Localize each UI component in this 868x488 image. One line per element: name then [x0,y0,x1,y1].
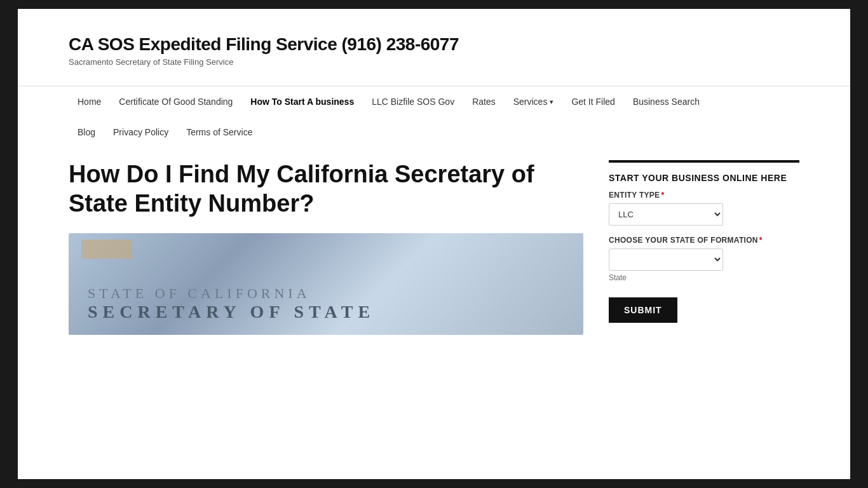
state-required: * [759,236,763,245]
site-title[interactable]: CA SOS Expedited Filing Service (916) 23… [69,34,799,55]
nav-link-services[interactable]: Services [505,86,563,117]
state-select[interactable]: California Nevada Delaware Texas Florida [609,248,723,271]
nav-link-tos[interactable]: Terms of Service [177,117,261,147]
nav-item-certificate[interactable]: Certificate Of Good Standing [110,86,241,117]
nav-link-rates[interactable]: Rates [463,86,505,117]
nav-item-services[interactable]: Services [505,86,563,117]
main-content: How Do I Find My California Secretary of… [18,147,850,360]
nav-item-businesssearch[interactable]: Business Search [624,86,709,117]
nav-link-blog[interactable]: Blog [69,117,104,147]
nav-item-privacy[interactable]: Privacy Policy [104,117,177,147]
nav-link-llc[interactable]: LLC Bizfile SOS Gov [363,86,463,117]
site-header: CA SOS Expedited Filing Service (916) 23… [18,9,850,79]
widget-title: START YOUR BUSINESS ONLINE HERE [609,163,799,191]
entity-type-group: Entity Type* LLC Corporation Partnership… [609,191,799,226]
nav-item-howto[interactable]: How To Start A business [241,86,363,117]
submit-button[interactable]: SUBMIT [609,297,677,323]
image-text-state: State of California [88,285,564,302]
site-tagline: Sacramento Secretary of State Filing Ser… [69,57,799,67]
sidebar: START YOUR BUSINESS ONLINE HERE Entity T… [609,160,799,335]
image-text-sos: Secretary of State [88,302,564,322]
sidebar-widget: START YOUR BUSINESS ONLINE HERE Entity T… [609,160,799,323]
nav-item-getitfiled[interactable]: Get It Filed [562,86,623,117]
nav-list-row2: Blog Privacy Policy Terms of Service [69,117,799,147]
image-decoration [81,240,132,259]
nav-link-home[interactable]: Home [69,86,110,117]
nav-link-businesssearch[interactable]: Business Search [624,86,709,117]
nav-item-home[interactable]: Home [69,86,110,117]
page-wrapper: CA SOS Expedited Filing Service (916) 23… [18,9,850,479]
article-image: State of California Secretary of State [69,233,583,335]
article-title: How Do I Find My California Secretary of… [69,160,583,218]
article-section: How Do I Find My California Secretary of… [69,160,583,335]
state-group: CHOOSE YOUR STATE OF FORMATION* Californ… [609,236,799,282]
nav-item-rates[interactable]: Rates [463,86,505,117]
state-label: CHOOSE YOUR STATE OF FORMATION* [609,236,799,245]
nav-item-llc[interactable]: LLC Bizfile SOS Gov [363,86,463,117]
nav-item-blog[interactable]: Blog [69,117,104,147]
site-nav: Home Certificate Of Good Standing How To… [18,86,850,147]
nav-link-certificate[interactable]: Certificate Of Good Standing [110,86,241,117]
nav-link-howto[interactable]: How To Start A business [241,86,363,117]
nav-link-privacy[interactable]: Privacy Policy [104,117,177,147]
nav-list: Home Certificate Of Good Standing How To… [69,86,799,117]
nav-link-getitfiled[interactable]: Get It Filed [562,86,623,117]
state-hint: State [609,273,799,282]
entity-type-required: * [661,191,664,200]
nav-item-tos[interactable]: Terms of Service [177,117,261,147]
entity-type-label: Entity Type* [609,191,799,200]
entity-type-select[interactable]: LLC Corporation Partnership Sole Proprie… [609,203,723,226]
